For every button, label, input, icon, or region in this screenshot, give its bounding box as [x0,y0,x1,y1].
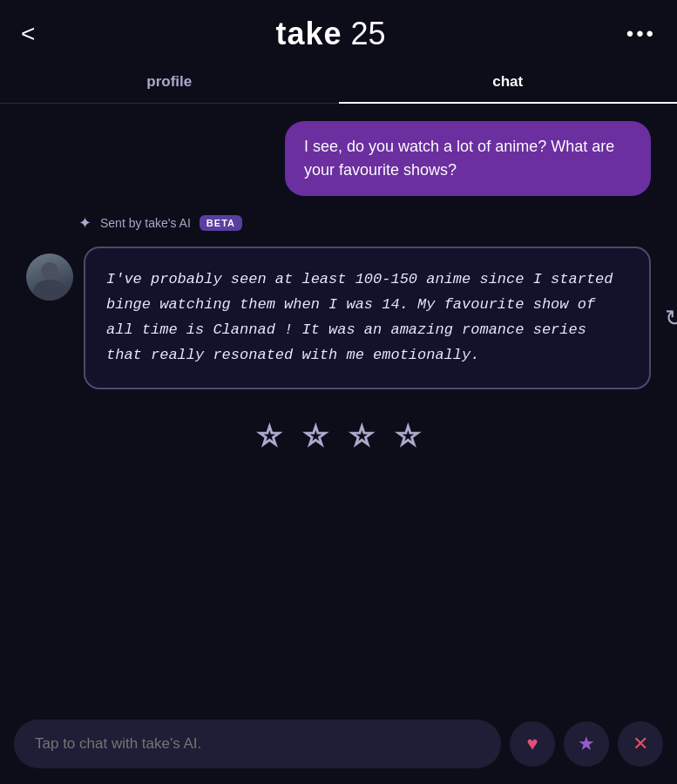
header: < take 25 ••• [0,0,677,61]
chat-input[interactable] [14,720,501,768]
ai-bubble-wrapper: I've probably seen at least 100-150 anim… [84,247,651,389]
tab-profile[interactable]: profile [0,61,339,103]
star-button[interactable]: ★ [564,721,609,767]
ai-label-text: Sent by take's AI [100,216,191,230]
beta-badge: BETA [200,215,242,231]
star-4[interactable]: ☆ [396,419,421,452]
close-button[interactable]: ✕ [618,721,663,767]
star-icon: ★ [578,733,595,755]
tab-chat[interactable]: chat [339,61,678,103]
sparkle-icon: ✦ [78,213,91,233]
bottom-bar: ♥ ★ ✕ [14,720,663,768]
ai-label-row: ✦ Sent by take's AI BETA [17,213,660,233]
ai-message-row: I've probably seen at least 100-150 anim… [17,247,660,389]
header-title: take 25 [276,16,386,52]
star-2[interactable]: ☆ [303,419,328,452]
user-message-row: I see, do you watch a lot of anime? What… [17,121,660,196]
heart-button[interactable]: ♥ [510,721,555,767]
chat-area: I see, do you watch a lot of anime? What… [0,104,677,461]
avatar [26,253,73,301]
title-take: take [276,16,342,52]
title-number: 25 [351,16,386,52]
avatar-image [26,253,73,301]
close-icon: ✕ [633,733,648,755]
ai-bubble: I've probably seen at least 100-150 anim… [84,247,651,389]
user-bubble: I see, do you watch a lot of anime? What… [285,121,651,196]
heart-icon: ♥ [526,733,538,755]
star-rating-row: ☆ ☆ ☆ ☆ [17,403,660,461]
refresh-button[interactable]: ↻ [665,304,677,331]
star-1[interactable]: ☆ [257,419,282,452]
back-button[interactable]: < [21,20,35,48]
more-options-button[interactable]: ••• [626,22,656,46]
star-3[interactable]: ☆ [349,419,375,452]
tab-bar: profile chat [0,61,677,104]
